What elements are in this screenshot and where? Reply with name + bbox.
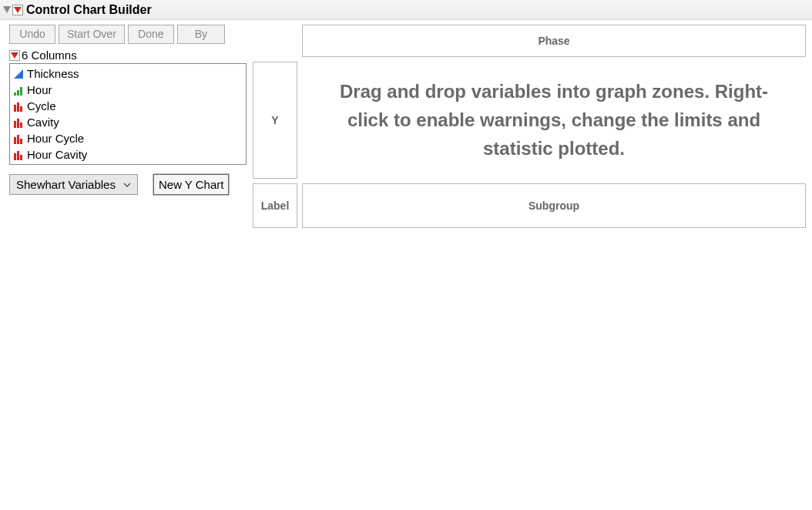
start-over-button[interactable]: Start Over	[59, 25, 125, 44]
graph-builder-area: Phase Y Drag and drop variables into gra…	[253, 25, 806, 228]
column-label: Hour Cycle	[27, 132, 84, 145]
svg-rect-7	[14, 105, 16, 112]
panel-header: Control Chart Builder	[0, 0, 812, 20]
svg-rect-14	[17, 135, 19, 144]
chevron-down-icon	[123, 182, 131, 188]
svg-rect-5	[17, 90, 19, 96]
column-label: Thickness	[27, 67, 79, 80]
column-item[interactable]: Cycle	[13, 98, 243, 114]
continuous-icon	[13, 69, 24, 79]
svg-marker-0	[3, 6, 11, 13]
panel-title: Control Chart Builder	[26, 3, 152, 17]
left-panel: Undo Start Over Done By 6 Columns Thickn…	[9, 25, 247, 228]
done-button[interactable]: Done	[128, 25, 174, 44]
label-drop-zone[interactable]: Label	[253, 183, 297, 228]
nominal-icon	[13, 149, 24, 160]
svg-rect-13	[14, 137, 16, 144]
column-label: Hour Cavity	[27, 148, 87, 161]
chart-type-select[interactable]: Shewhart Variables	[9, 174, 138, 195]
disclosure-triangle-icon[interactable]	[3, 6, 11, 14]
zone-label: Subgroup	[528, 200, 579, 212]
subgroup-drop-zone[interactable]: Subgroup	[302, 183, 806, 228]
phase-drop-zone[interactable]: Phase	[302, 25, 806, 57]
column-item[interactable]: Cavity	[13, 114, 243, 130]
column-item[interactable]: Thickness	[13, 65, 243, 82]
columns-red-triangle-menu-icon[interactable]	[9, 50, 20, 61]
y-drop-zone[interactable]: Y	[253, 62, 297, 179]
new-y-chart-button[interactable]: New Y Chart	[153, 174, 230, 195]
svg-rect-17	[17, 151, 19, 160]
svg-rect-9	[20, 106, 22, 112]
nominal-icon	[13, 133, 24, 144]
column-label: Cycle	[27, 99, 56, 112]
svg-rect-11	[17, 119, 19, 128]
chart-type-controls: Shewhart Variables New Y Chart	[9, 174, 247, 195]
undo-button[interactable]: Undo	[9, 25, 55, 44]
svg-rect-12	[20, 122, 22, 128]
red-triangle-menu-icon[interactable]	[12, 5, 23, 15]
svg-rect-4	[14, 92, 16, 96]
zone-label: Y	[271, 114, 278, 126]
chart-type-selected-label: Shewhart Variables	[16, 178, 116, 191]
nominal-icon	[13, 101, 24, 112]
svg-rect-18	[20, 155, 22, 160]
column-item[interactable]: Hour	[13, 82, 243, 98]
column-item[interactable]: Hour Cavity	[13, 146, 243, 163]
columns-count-label: 6 Columns	[22, 49, 77, 62]
column-label: Cavity	[27, 116, 59, 129]
by-button[interactable]: By	[177, 25, 225, 44]
column-item[interactable]: Hour Cycle	[13, 130, 243, 146]
graph-canvas[interactable]: Drag and drop variables into graph zones…	[302, 62, 806, 179]
action-toolbar: Undo Start Over Done By	[9, 25, 247, 44]
svg-rect-16	[14, 153, 16, 160]
columns-header: 6 Columns	[9, 49, 247, 62]
zone-label: Phase	[538, 35, 569, 47]
column-label: Hour	[27, 83, 52, 96]
svg-rect-15	[20, 139, 22, 144]
svg-marker-3	[14, 69, 23, 79]
canvas-instruction-text: Drag and drop variables into graph zones…	[325, 77, 783, 163]
svg-marker-1	[14, 7, 22, 13]
columns-list: Thickness Hour	[9, 63, 247, 165]
zone-label: Label	[261, 200, 290, 212]
ordinal-icon	[13, 85, 24, 96]
svg-marker-2	[11, 52, 18, 59]
svg-rect-8	[17, 102, 19, 112]
nominal-icon	[13, 117, 24, 128]
svg-rect-6	[20, 87, 22, 96]
svg-rect-10	[14, 121, 16, 128]
